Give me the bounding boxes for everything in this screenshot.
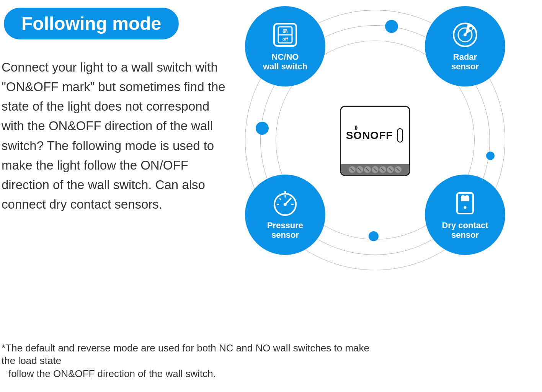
orbit-dot bbox=[486, 152, 495, 160]
bubble-label: Radar bbox=[453, 52, 477, 62]
device-brand: SO)))NOFF bbox=[346, 129, 393, 142]
svg-point-19 bbox=[464, 206, 467, 209]
body-paragraph: Connect your light to a wall switch with… bbox=[2, 57, 233, 214]
svg-point-9 bbox=[469, 27, 472, 30]
center-device: SO)))NOFF bbox=[340, 106, 410, 176]
svg-text:on: on bbox=[282, 29, 288, 34]
bubble-wall-switch: on off NC/NO wall switch bbox=[245, 6, 325, 87]
peanut-icon bbox=[396, 128, 404, 142]
svg-text:off: off bbox=[282, 37, 288, 41]
bubble-radar-sensor: Radar sensor bbox=[425, 6, 505, 87]
orbit-dot bbox=[256, 122, 269, 135]
bubble-label: NC/NO bbox=[272, 52, 299, 62]
bubble-label: Dry contact bbox=[442, 220, 488, 230]
bubble-pressure-sensor: Pressure sensor bbox=[245, 175, 325, 255]
bubble-dry-contact-sensor: Dry contact sensor bbox=[425, 175, 505, 255]
bubble-label: wall switch bbox=[263, 62, 307, 71]
gauge-icon bbox=[272, 190, 299, 217]
bubble-label: sensor bbox=[451, 230, 479, 240]
bubble-label: Pressure bbox=[267, 220, 303, 230]
svg-line-17 bbox=[279, 198, 281, 200]
footnote: *The default and reverse mode are used f… bbox=[2, 342, 384, 381]
footnote-line1: *The default and reverse mode are used f… bbox=[2, 342, 369, 367]
bubble-label: sensor bbox=[271, 230, 299, 240]
orbit-dot bbox=[369, 231, 379, 241]
radar-icon bbox=[452, 21, 478, 48]
bubble-label: sensor bbox=[451, 62, 479, 71]
page-title: Following mode bbox=[4, 8, 179, 39]
footnote-line2: follow the ON&OFF direction of the wall … bbox=[2, 368, 384, 381]
svg-point-13 bbox=[284, 203, 287, 206]
orbit-dot bbox=[385, 20, 398, 33]
wall-switch-icon: on off bbox=[272, 21, 299, 48]
contact-icon bbox=[452, 190, 478, 217]
diagram: SO)))NOFF on off NC/NO wa bbox=[237, 10, 513, 270]
device-terminals bbox=[341, 164, 409, 175]
